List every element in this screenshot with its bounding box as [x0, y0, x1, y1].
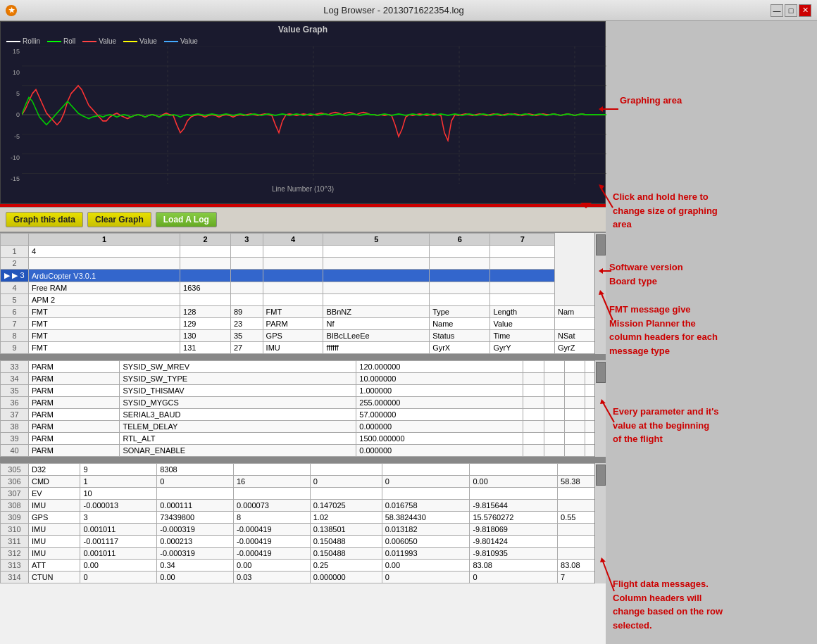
table-cell: 4	[29, 246, 180, 258]
table-cell	[157, 488, 234, 500]
table-cell: RTL_ALT	[120, 433, 356, 445]
table3: 305D3298308306CMD1016000.0058.38307EV103…	[0, 463, 606, 583]
table-cell: 0.00	[80, 560, 157, 572]
table3-row[interactable]: 310IMU0.001011-0.000319-0.0004190.138501…	[1, 524, 606, 536]
table1-body: 142▶ 3ArduCopter V3.0.14Free RAM16365APM…	[1, 246, 606, 354]
clear-graph-button[interactable]: Clear Graph	[87, 212, 151, 227]
table-cell: 131	[180, 342, 231, 354]
table-cell: 0.00	[157, 572, 234, 583]
table2-row[interactable]: 33PARMSYSID_SW_MREV120.000000	[1, 361, 606, 373]
table2-row[interactable]: 37PARMSERIAL3_BAUD57.000000	[1, 409, 606, 421]
table-cell: PARM	[29, 397, 120, 409]
table1-row[interactable]: 2	[1, 258, 606, 270]
table-cell: PARM	[29, 421, 120, 433]
minimize-button[interactable]: —	[771, 4, 783, 17]
table-cell: PARM	[29, 361, 120, 373]
scroll-thumb2[interactable]	[596, 362, 606, 383]
table3-row[interactable]: 314CTUN00.000.030.000000007	[1, 572, 606, 583]
table2-row[interactable]: 36PARMSYSID_MYGCS255.000000	[1, 397, 606, 409]
table2-row[interactable]: 34PARMSYSID_SW_TYPE10.000000	[1, 373, 606, 385]
table-cell: 27	[230, 342, 263, 354]
table-cell: APM 2	[29, 294, 180, 306]
table2-row[interactable]: 35PARMSYSID_THISMAV1.000000	[1, 385, 606, 397]
table1-row[interactable]: 8FMT13035GPSBIBcLLeeEeStatusTimeNSat	[1, 330, 606, 342]
table-cell: 0.000073	[233, 500, 310, 512]
row-num: 311	[1, 536, 29, 548]
row-num: 306	[1, 476, 29, 488]
table3-section: 305D3298308306CMD1016000.0058.38307EV103…	[0, 462, 606, 583]
graph-canvas[interactable]: 15 10 5 0 -5 -10 -15	[1, 46, 606, 184]
arrow-graphing-area	[599, 102, 620, 116]
scroll-thumb3[interactable]	[596, 465, 606, 486]
table3-row[interactable]: 312IMU0.001011-0.000319-0.0004190.150488…	[1, 548, 606, 560]
table-cell: GyrY	[490, 342, 555, 354]
table-cell: IMU	[29, 548, 80, 560]
table-cell: -0.000319	[157, 524, 234, 536]
annotation-fmt-message: FMT message give Mission Planner the col…	[609, 303, 718, 358]
table-cell	[490, 258, 555, 270]
table-cell: -9.810935	[470, 548, 558, 560]
table-cell: 0	[382, 572, 470, 583]
table1-row[interactable]: 6FMT12889FMTBBnNZTypeLengthNam	[1, 306, 606, 318]
table-cell: Type	[430, 306, 490, 318]
table-cell: 0.03	[233, 572, 310, 583]
table3-row[interactable]: 307EV10	[1, 488, 606, 500]
table-cell: 89	[230, 306, 263, 318]
table-cell	[310, 464, 382, 476]
annotation-click-hold: Click and hold here to change size of gr…	[613, 190, 718, 232]
table-cell	[564, 421, 585, 433]
table1-row[interactable]: 4Free RAM1636	[1, 282, 606, 294]
load-log-button[interactable]: Load A Log	[156, 212, 217, 227]
annotation-graphing-area: Graphing area	[620, 95, 682, 106]
table3-row[interactable]: 308IMU-0.0000130.0001110.0000730.1470250…	[1, 500, 606, 512]
annotation-software-version: Software version Board type	[609, 260, 683, 288]
row-num: 39	[1, 433, 29, 445]
table2-row[interactable]: 39PARMRTL_ALT1500.000000	[1, 433, 606, 445]
table1-row[interactable]: ▶ 3ArduCopter V3.0.1	[1, 270, 606, 282]
graph-data-button[interactable]: Graph this data	[6, 212, 83, 227]
table-cell: PARM	[29, 433, 120, 445]
table-cell: FMT	[29, 342, 180, 354]
table1-row[interactable]: 7FMT12923PARMNfNameValue	[1, 318, 606, 330]
table-cell: 1636	[180, 282, 231, 294]
table3-row[interactable]: 306CMD1016000.0058.38	[1, 476, 606, 488]
scroll-thumb1[interactable]	[596, 234, 606, 255]
table-cell	[544, 433, 564, 445]
table-cell: 120.000000	[356, 361, 523, 373]
table-cell: 129	[180, 318, 231, 330]
svg-marker-18	[599, 290, 604, 295]
table2-row[interactable]: 38PARMTELEM_DELAY0.000000	[1, 421, 606, 433]
col-7: 7	[490, 234, 555, 246]
table1-row[interactable]: 5APM 2	[1, 294, 606, 306]
table-cell: 0.138501	[310, 524, 382, 536]
row-num: 34	[1, 373, 29, 385]
table-cell: 0.001011	[80, 524, 157, 536]
table2-row[interactable]: 40PARMSONAR_ENABLE0.000000	[1, 445, 606, 457]
row-num: 38	[1, 421, 29, 433]
table-cell: -0.000419	[233, 548, 310, 560]
col-4: 4	[263, 234, 323, 246]
table-cell: 0.00	[470, 476, 558, 488]
row-num: 312	[1, 548, 29, 560]
table-cell	[470, 464, 558, 476]
resize-handle[interactable]	[0, 204, 606, 207]
table3-row[interactable]: 313ATT0.000.340.000.250.0083.0883.08	[1, 560, 606, 572]
table-cell: -0.000419	[233, 536, 310, 548]
table-cell: EV	[29, 488, 80, 500]
table1-row[interactable]: 14	[1, 246, 606, 258]
svg-line-13	[600, 187, 613, 208]
table3-row[interactable]: 311IMU-0.0011170.000213-0.0004190.150488…	[1, 536, 606, 548]
close-button[interactable]: ✕	[799, 4, 811, 17]
row-num: ▶ 3	[1, 270, 29, 282]
table-cell	[230, 282, 263, 294]
table1-row[interactable]: 9FMT13127IMUffffffGyrXGyrYGyrZ	[1, 342, 606, 354]
table-cell: -0.000419	[233, 524, 310, 536]
table-cell: ArduCopter V3.0.1	[29, 270, 180, 282]
maximize-button[interactable]: □	[785, 4, 797, 17]
table-cell: 73439800	[157, 512, 234, 524]
table-cell: IMU	[29, 536, 80, 548]
table3-row[interactable]: 305D3298308	[1, 464, 606, 476]
table-cell	[523, 445, 544, 457]
table-cell	[490, 282, 555, 294]
table3-row[interactable]: 309GPS37343980081.0258.382443015.5760272…	[1, 512, 606, 524]
